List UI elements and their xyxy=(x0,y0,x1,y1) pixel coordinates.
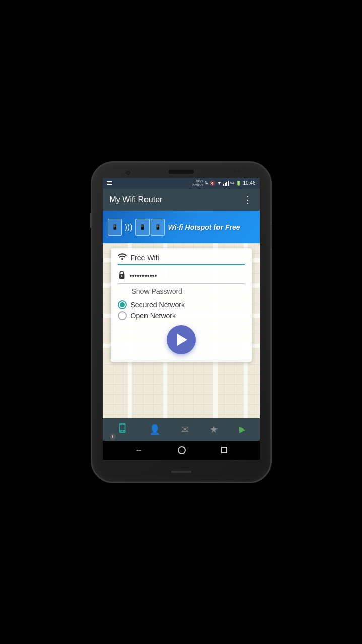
wifi-status-icon: ▼ xyxy=(217,181,222,186)
more-options-button[interactable]: ⋮ xyxy=(243,194,253,205)
app-title: My Wifi Router xyxy=(110,195,163,204)
status-bar: 0B/s 225B/s ⇅ 🔇 ▼ 94 🔋 xyxy=(103,178,260,189)
battery-level: 94 xyxy=(230,181,235,185)
open-network-option[interactable]: Open Network xyxy=(118,311,245,320)
device-icon-3: 📱 xyxy=(151,219,165,236)
status-right: 0B/s 225B/s ⇅ 🔇 ▼ 94 🔋 xyxy=(192,179,256,187)
open-network-label: Open Network xyxy=(131,312,176,320)
svg-point-2 xyxy=(121,275,122,277)
phone-device: 0B/s 225B/s ⇅ 🔇 ▼ 94 🔋 xyxy=(91,161,272,483)
phone-screen: 0B/s 225B/s ⇅ 🔇 ▼ 94 🔋 xyxy=(103,178,260,460)
sensor-dot xyxy=(233,170,236,172)
ssid-input-group xyxy=(118,253,245,265)
show-password-button[interactable]: Show Password xyxy=(132,287,245,295)
tab-star-icon[interactable]: ★ xyxy=(210,424,218,435)
ssid-input[interactable] xyxy=(131,254,245,262)
tab-app-icon[interactable] xyxy=(117,422,128,436)
info-badge: i xyxy=(110,434,116,440)
form-overlay: Show Password Secured Network Open Netwo… xyxy=(111,248,252,362)
map-content: Show Password Secured Network Open Netwo… xyxy=(103,243,260,418)
power-button xyxy=(270,223,272,248)
start-hotspot-button[interactable] xyxy=(167,325,196,354)
start-button-container xyxy=(118,325,245,354)
network-speed: 0B/s 225B/s xyxy=(192,179,203,187)
svg-point-0 xyxy=(121,258,123,260)
front-camera xyxy=(126,171,130,175)
radio-inner-dot xyxy=(120,302,125,307)
device-icon-1: 📱 xyxy=(108,219,122,236)
lock-icon xyxy=(118,270,126,281)
home-button[interactable] xyxy=(178,446,186,454)
banner-text: Wi-fi Hotspot for Free xyxy=(168,223,240,231)
sensor-dot xyxy=(238,170,240,172)
secured-network-option[interactable]: Secured Network xyxy=(118,300,245,309)
earpiece-speaker xyxy=(169,170,194,174)
tab-email-icon[interactable]: ✉ xyxy=(181,424,189,435)
android-nav-bar: ← xyxy=(103,441,260,460)
bottom-tab-bar: i 👤 ✉ ★ ▶ xyxy=(103,418,260,441)
battery-icon: 🔋 xyxy=(236,181,241,186)
secured-network-label: Secured Network xyxy=(131,301,185,309)
data-arrows-icon: ⇅ xyxy=(205,181,208,185)
wifi-icon xyxy=(118,253,127,262)
password-input[interactable] xyxy=(130,272,245,280)
password-input-group xyxy=(118,270,245,284)
recents-button[interactable] xyxy=(221,447,227,453)
wifi-waves-icon: ))) xyxy=(125,223,133,232)
mute-icon: 🔇 xyxy=(210,181,215,186)
status-left xyxy=(107,181,112,185)
volume-button xyxy=(90,213,92,228)
home-indicator xyxy=(171,471,191,473)
play-triangle-icon xyxy=(177,334,187,346)
tab-contacts-icon[interactable]: 👤 xyxy=(149,424,160,435)
signal-strength-icon xyxy=(223,181,229,186)
sensors xyxy=(233,170,240,172)
secured-network-radio[interactable] xyxy=(118,300,127,309)
back-button[interactable]: ← xyxy=(135,446,143,455)
open-network-radio[interactable] xyxy=(118,311,127,320)
phone-bottom xyxy=(171,462,191,482)
ad-banner[interactable]: 📱 ))) 📱 📱 Wi-fi Hotspot for Free xyxy=(103,211,260,243)
clock: 10:46 xyxy=(243,180,255,186)
phone-top-bar xyxy=(92,163,270,178)
device-icon-2: 📱 xyxy=(135,219,150,236)
banner-icons: 📱 ))) 📱 📱 xyxy=(108,219,165,236)
tab-playstore-icon[interactable]: ▶ xyxy=(239,424,245,434)
app-bar: My Wifi Router ⋮ xyxy=(103,189,260,211)
